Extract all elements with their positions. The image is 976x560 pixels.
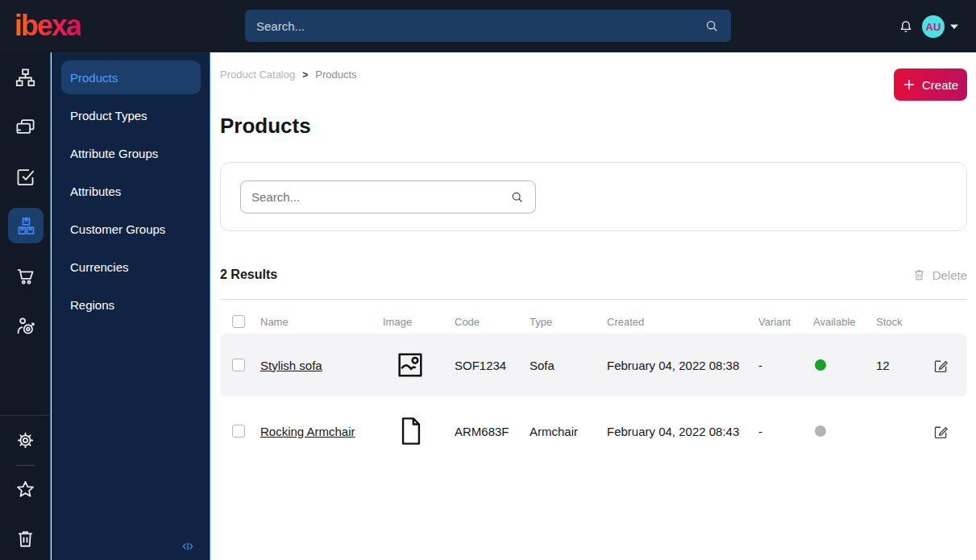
sidebar: Products Product Types Attribute Groups … [52, 52, 210, 560]
product-code: SOF1234 [455, 359, 530, 372]
select-all-checkbox[interactable] [232, 315, 245, 328]
availability-dot [815, 425, 826, 437]
breadcrumb-parent[interactable]: Product Catalog [220, 68, 295, 81]
row-checkbox[interactable] [232, 425, 245, 438]
catalog-menu: Products Product Types Attribute Groups … [61, 60, 201, 326]
app-window: ibexa AU [0, 0, 976, 560]
results-bar: 2 Results Delete [220, 264, 967, 285]
col-code: Code [455, 316, 530, 328]
rail-mini-divider [16, 465, 35, 466]
global-search-input[interactable] [256, 19, 704, 33]
product-created: February 04, 2022 08:38 [607, 359, 758, 372]
icon-rail [0, 52, 51, 560]
cart-icon[interactable] [15, 265, 36, 287]
sidebar-item-label: Product Types [70, 109, 147, 122]
sidebar-item-products[interactable]: Products [61, 60, 201, 94]
image-thumbnail-icon [383, 349, 455, 381]
col-image: Image [383, 316, 455, 328]
pages-icon[interactable] [15, 116, 36, 138]
delete-button[interactable]: Delete [912, 268, 967, 282]
product-code: ARM683F [455, 425, 530, 438]
breadcrumb-separator: > [302, 69, 308, 81]
trash-icon [912, 268, 926, 282]
global-search [245, 10, 731, 42]
sidebar-collapse-icon[interactable] [181, 539, 195, 554]
product-link[interactable]: Rocking Armchair [260, 425, 383, 438]
sidebar-item-customer-groups[interactable]: Customer Groups [61, 212, 201, 246]
search-icon[interactable] [704, 18, 720, 34]
sidebar-item-product-types[interactable]: Product Types [61, 98, 201, 132]
table-row: Stylish sofa SOF1234 Sofa February 04, 2… [220, 334, 967, 396]
col-available: Available [813, 316, 876, 328]
customer-target-icon[interactable] [15, 315, 36, 337]
content-tree-icon[interactable] [15, 67, 36, 89]
settings-gear-icon[interactable] [15, 429, 36, 451]
product-link[interactable]: Stylish sofa [260, 359, 383, 372]
col-variant: Variant [758, 316, 813, 328]
row-checkbox[interactable] [232, 359, 245, 371]
create-button[interactable]: Create [894, 68, 967, 101]
product-variant: - [758, 359, 813, 372]
table-row: Rocking Armchair ARM683F Armchair Februa… [220, 400, 967, 463]
sidebar-item-label: Products [70, 71, 118, 85]
search-icon[interactable] [509, 189, 525, 205]
main-content: Product Catalog > Products Create Produc… [211, 52, 976, 560]
sidebar-item-attribute-groups[interactable]: Attribute Groups [61, 136, 201, 170]
filter-card [220, 162, 967, 231]
product-created: February 04, 2022 08:43 [607, 425, 758, 438]
sidebar-item-label: Attribute Groups [70, 147, 158, 160]
table-header: Name Image Code Type Created Variant Ava… [220, 309, 967, 334]
edit-icon[interactable] [932, 357, 949, 374]
breadcrumb-current: Products [315, 68, 356, 81]
ibexa-logo[interactable]: ibexa [15, 9, 81, 43]
product-type: Armchair [530, 425, 607, 438]
col-type: Type [530, 316, 607, 328]
availability-dot [815, 359, 826, 371]
trash-icon[interactable] [15, 528, 36, 550]
sidebar-item-label: Regions [70, 298, 114, 312]
filter-search [240, 180, 536, 214]
sidebar-item-attributes[interactable]: Attributes [61, 174, 201, 208]
filter-search-input[interactable] [251, 190, 509, 204]
sidebar-item-label: Customer Groups [70, 222, 165, 236]
results-count: 2 Results [220, 268, 277, 282]
notifications-bell-icon[interactable] [898, 19, 914, 35]
chevron-down-icon[interactable] [949, 23, 959, 30]
sidebar-item-regions[interactable]: Regions [61, 288, 201, 321]
page-title: Products [220, 114, 967, 139]
sidebar-item-currencies[interactable]: Currencies [61, 250, 201, 284]
table-divider [220, 299, 967, 300]
rail-divider [0, 415, 51, 416]
plus-icon [903, 78, 916, 91]
delete-button-label: Delete [932, 268, 967, 282]
product-stock: 12 [876, 359, 932, 372]
create-button-label: Create [922, 78, 958, 92]
bookmarks-star-icon[interactable] [15, 479, 36, 500]
edit-icon[interactable] [932, 423, 949, 440]
product-catalog-icon-active[interactable] [8, 208, 44, 243]
tasks-check-icon[interactable] [15, 166, 36, 188]
col-stock: Stock [876, 316, 932, 328]
product-variant: - [758, 425, 813, 438]
col-name: Name [260, 316, 383, 328]
sidebar-item-label: Attributes [70, 185, 121, 198]
breadcrumb: Product Catalog > Products [220, 68, 967, 81]
product-type: Sofa [530, 359, 607, 372]
avatar[interactable]: AU [922, 15, 945, 38]
sidebar-item-label: Currencies [70, 260, 129, 274]
topbar: ibexa AU [0, 0, 976, 52]
col-created: Created [607, 316, 758, 328]
file-placeholder-icon [383, 415, 455, 447]
